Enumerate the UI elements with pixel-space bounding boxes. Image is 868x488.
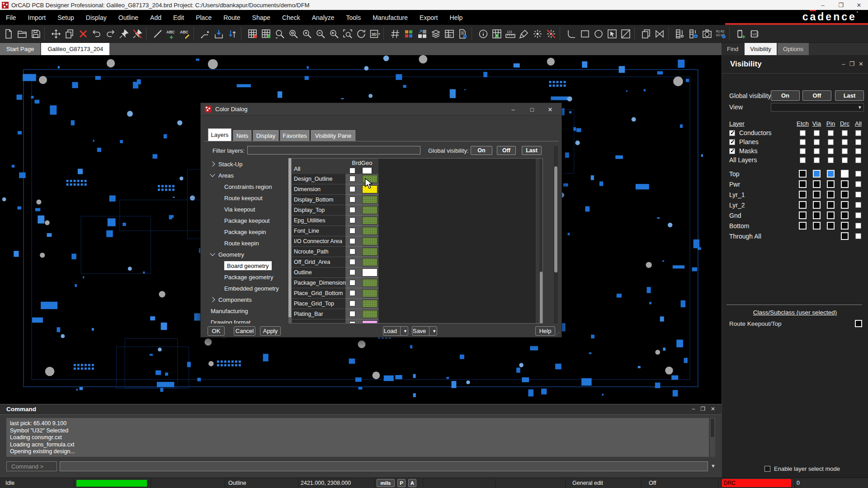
all-layers-drc-checkbox[interactable] [842,157,848,163]
pwr-via-checkbox[interactable] [813,180,821,188]
pwr-pin-checkbox[interactable] [827,180,835,188]
masks-drc-checkbox[interactable] [842,148,848,154]
pwr-all-checkbox[interactable] [855,181,861,187]
top-all-checkbox[interactable] [855,171,861,177]
dialog-tab-nets[interactable]: Nets [233,130,251,141]
add-connect-icon[interactable] [198,27,212,41]
planes-pin-checkbox[interactable] [828,139,834,145]
panel-float-icon[interactable]: ❐ [849,61,854,67]
layer-plating-bar-color-swatch[interactable] [362,310,377,318]
layer-i-o-connector-area-visible-checkbox[interactable] [349,238,355,244]
bottom-via-checkbox[interactable] [813,222,821,230]
dialog-tab-favorites[interactable]: Favorites [280,130,309,141]
layer-plating-bar-visible-checkbox[interactable] [349,311,355,317]
brdgeo-all-swatch[interactable] [362,167,372,174]
menu-item-check[interactable]: Check [276,10,306,25]
menu-item-tools[interactable]: Tools [340,10,367,25]
info-icon[interactable] [476,27,490,41]
shape-rect-icon[interactable] [578,27,592,41]
menu-item-analyze[interactable]: Analyze [306,10,340,25]
menu-item-help[interactable]: Help [444,10,469,25]
layer-design-outline-color-swatch[interactable] [362,175,377,183]
command-prompt-button[interactable]: Command > [6,461,57,471]
zoom-fit-icon[interactable] [287,27,300,41]
tree-item-route-keepout[interactable]: Route keepout [224,193,263,202]
window-close-icon[interactable]: ✕ [850,0,868,10]
copy-icon[interactable] [63,27,76,41]
add-line-icon[interactable] [151,27,165,41]
gnd-etch-checkbox[interactable] [799,211,807,219]
p-button[interactable]: P [397,479,406,487]
menu-item-manufacture[interactable]: Manufacture [367,10,414,25]
bottom-etch-checkbox[interactable] [799,222,807,230]
load-button[interactable]: Load▼ [383,326,408,336]
dialog-scrollbar[interactable] [554,146,558,324]
redraw-icon[interactable] [354,27,368,41]
view-dropdown[interactable]: ▼ [771,103,864,112]
window-minimize-icon[interactable]: – [814,0,832,10]
layer-place-grid-top-visible-checkbox[interactable] [349,300,355,306]
place-manual-icon[interactable] [734,27,748,41]
lyr-1-etch-checkbox[interactable] [799,191,807,198]
dialog-resize-grip[interactable]: ⋰ [556,332,560,336]
constraint-manager-icon[interactable]: CM [443,27,456,41]
auto-rename-icon[interactable]: R1 R2U1 U2 [714,27,727,41]
layer-outline-color-swatch[interactable] [362,268,377,277]
command-input[interactable] [60,461,708,471]
menu-item-add[interactable]: Add [144,10,167,25]
tree-item-package-keepin[interactable]: Package keepin [224,227,266,236]
doc-tab-start-page[interactable]: Start Page [0,43,40,55]
shadow-mode-icon[interactable] [429,27,443,41]
add-text-icon[interactable]: ABC [165,27,178,41]
conductors-all-checkbox[interactable] [855,130,861,136]
layer-off-grid-area-color-swatch[interactable] [362,258,377,266]
layer-display-top-color-swatch[interactable] [362,206,377,214]
dehighlight-icon[interactable] [544,27,558,41]
drill-legend-icon[interactable] [673,27,687,41]
window-maximize-icon[interactable]: ❐ [832,0,850,10]
layer-partial-visible-checkbox[interactable] [349,321,355,324]
lyr-2-pin-checkbox[interactable] [827,201,835,209]
tree-item-areas[interactable]: Areas [211,171,234,180]
pwr-drc-checkbox[interactable] [841,180,849,188]
layer-dimension-visible-checkbox[interactable] [349,186,355,192]
dehilight-brush-icon[interactable] [517,27,531,41]
tree-item-stack-up[interactable]: Stack-Up [211,160,242,169]
rats-net-icon[interactable] [259,27,273,41]
tree-item-via-keepout[interactable]: Via keepout [224,205,255,214]
gnd-drc-checkbox[interactable] [841,211,849,219]
gnd-via-checkbox[interactable] [813,211,821,219]
dialog-last-button[interactable]: Last [522,146,542,155]
open-icon[interactable] [15,27,29,41]
measure-icon[interactable]: 123 [504,27,517,41]
top-pin-checkbox[interactable] [827,170,835,178]
planes-etch-checkbox[interactable] [800,139,806,145]
enable-layer-select-checkbox[interactable] [764,466,770,472]
dialog-maximize-icon[interactable]: □ [524,103,540,116]
global-visibility-on-button[interactable]: On [771,90,800,101]
top-etch-checkbox[interactable] [799,170,807,178]
layer-place-grid-bottom-color-swatch[interactable] [362,289,377,297]
conductors-etch-checkbox[interactable] [800,130,806,136]
layer-package-dimension-color-swatch[interactable] [362,279,377,287]
grid-toggle-icon[interactable] [388,27,402,41]
lyr-2-drc-checkbox[interactable] [841,201,849,209]
units-button[interactable]: mils [377,479,395,487]
tree-item-drawing-format[interactable]: Drawing format [211,318,250,324]
mirror-icon[interactable] [653,27,666,41]
place-component-icon[interactable]: U1 [748,27,761,41]
save-button[interactable]: Save▼ [412,326,437,336]
layer-epg-utilities-color-swatch[interactable] [362,216,377,225]
panel-minimize-icon[interactable]: – [842,61,845,67]
color192-icon[interactable] [402,27,415,41]
layer-display-top-visible-checkbox[interactable] [349,207,355,213]
lyr-1-via-checkbox[interactable] [813,191,821,198]
save-icon[interactable] [29,27,42,41]
menu-item-file[interactable]: File [0,10,22,25]
highlight-icon[interactable] [531,27,544,41]
conductors-via-checkbox[interactable] [814,130,820,136]
artwork-icon[interactable] [700,27,714,41]
shape-diagonal-icon[interactable] [619,27,632,41]
planes-all-checkbox[interactable] [855,139,861,145]
tree-item-constraints-region[interactable]: Constraints region [224,182,272,191]
